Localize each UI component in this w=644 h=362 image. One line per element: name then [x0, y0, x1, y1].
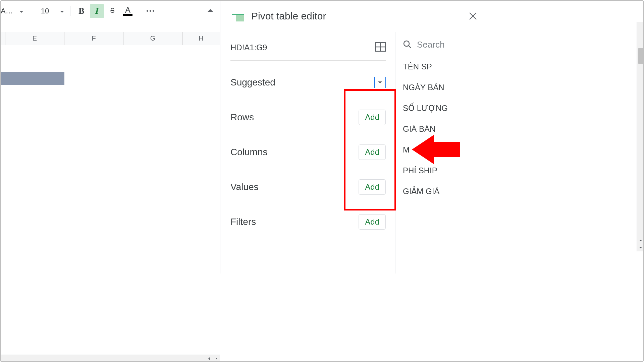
column-header[interactable]: G [123, 32, 182, 45]
spreadsheet-grid[interactable]: E F G H [0, 22, 220, 274]
svg-line-12 [409, 46, 411, 48]
row-header-gutter [0, 32, 5, 45]
toolbar-separator [70, 6, 70, 16]
search-placeholder: Search [417, 40, 444, 50]
field-item[interactable]: SỐ LƯỢNG [403, 104, 488, 113]
section-filters: Filters Add [230, 214, 386, 230]
add-rows-button[interactable]: Add [359, 110, 386, 125]
strikethrough-icon: S [108, 6, 117, 16]
text-color-button[interactable]: A [121, 4, 135, 18]
close-panel-button[interactable] [468, 11, 478, 22]
svg-rect-3 [236, 11, 244, 14]
column-headers: E F G H [5, 32, 220, 45]
field-item[interactable]: M [403, 145, 488, 155]
section-suggested: Suggested [230, 77, 386, 88]
section-rows: Rows Add [230, 110, 386, 125]
add-values-button[interactable]: Add [359, 179, 386, 195]
toolbar-separator [29, 6, 29, 16]
section-columns: Columns Add [230, 144, 386, 160]
section-label: Values [230, 182, 259, 192]
svg-point-11 [404, 41, 409, 46]
strikethrough-button[interactable]: S [105, 4, 119, 18]
pivot-table-editor-panel: Pivot table editor HD!A1:G9 Suggested Ro… [220, 0, 488, 274]
section-label: Columns [230, 147, 267, 158]
field-item[interactable]: GIẢM GIÁ [403, 187, 488, 196]
font-family-label: Ari… [1, 7, 14, 15]
select-range-button[interactable] [375, 42, 386, 53]
svg-rect-5 [236, 15, 244, 21]
column-header[interactable]: H [182, 32, 220, 45]
add-filters-button[interactable]: Add [359, 214, 386, 230]
chevron-down-icon [60, 7, 64, 15]
field-item[interactable]: NGÀY BÁN [403, 83, 488, 92]
toolbar-separator [139, 6, 139, 16]
font-family-select[interactable]: Ari… [0, 4, 25, 18]
section-values: Values Add [230, 179, 386, 195]
svg-rect-2 [232, 11, 236, 14]
italic-button[interactable]: I [90, 4, 104, 18]
pivot-table-icon [232, 11, 244, 21]
expand-suggested-button[interactable] [374, 77, 386, 88]
formatting-toolbar: Ari… 10 B I S A [0, 0, 220, 22]
font-size-value: 10 [35, 7, 55, 15]
column-header[interactable]: F [64, 32, 123, 45]
svg-text:S: S [110, 6, 114, 14]
collapse-toolbar-button[interactable] [207, 8, 214, 14]
bold-icon: B [78, 6, 84, 16]
panel-body: HD!A1:G9 Suggested Rows Add Columns Add [220, 32, 488, 274]
add-columns-button[interactable]: Add [359, 144, 386, 160]
panel-title: Pivot table editor [251, 10, 326, 22]
italic-icon: I [95, 6, 99, 16]
bold-button[interactable]: B [74, 4, 89, 18]
svg-rect-4 [232, 15, 236, 21]
section-label: Suggested [230, 77, 275, 88]
field-item[interactable]: PHÍ SHIP [403, 166, 488, 175]
panel-fields: Search TÊN SP NGÀY BÁN SỐ LƯỢNG GIÁ BÁN … [395, 32, 488, 274]
panel-header: Pivot table editor [220, 0, 488, 32]
panel-config: HD!A1:G9 Suggested Rows Add Columns Add [220, 32, 395, 274]
section-label: Filters [230, 217, 256, 227]
selected-cell[interactable] [0, 72, 64, 85]
search-icon [403, 40, 412, 50]
data-range-text[interactable]: HD!A1:G9 [230, 43, 267, 52]
more-formatting-button[interactable] [143, 4, 157, 18]
more-horizontal-icon [147, 10, 154, 12]
field-search[interactable]: Search [403, 40, 488, 50]
chevron-down-icon [19, 7, 23, 15]
text-color-icon: A [121, 6, 135, 16]
section-label: Rows [230, 112, 254, 123]
range-row: HD!A1:G9 [230, 42, 386, 61]
column-header[interactable]: E [5, 32, 64, 45]
font-size-select[interactable]: 10 [33, 7, 67, 15]
field-item[interactable]: TÊN SP [403, 62, 488, 71]
field-item[interactable]: GIÁ BÁN [403, 124, 488, 134]
